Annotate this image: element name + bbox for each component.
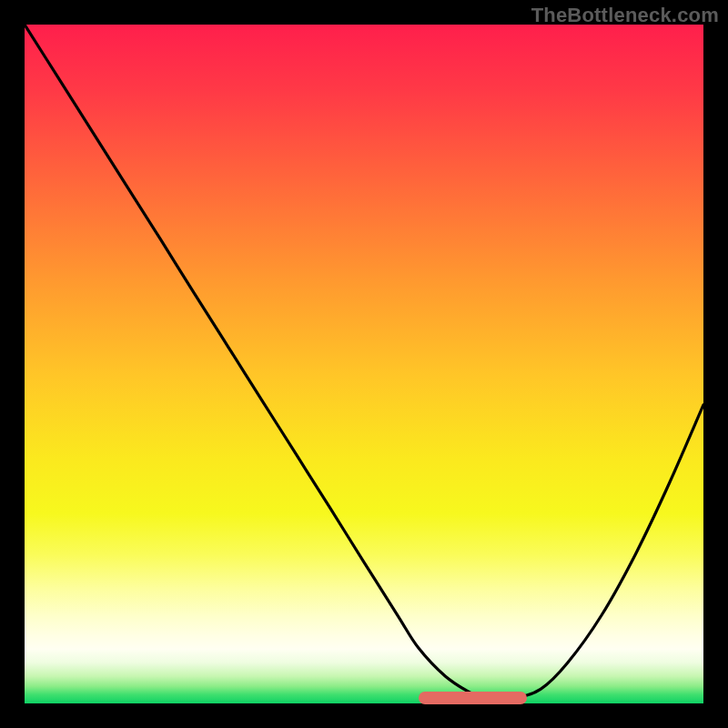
chart-frame: TheBottleneck.com [0, 0, 728, 728]
plot-background-gradient [25, 25, 703, 703]
watermark-text: TheBottleneck.com [531, 4, 719, 27]
plot-area [25, 25, 703, 703]
